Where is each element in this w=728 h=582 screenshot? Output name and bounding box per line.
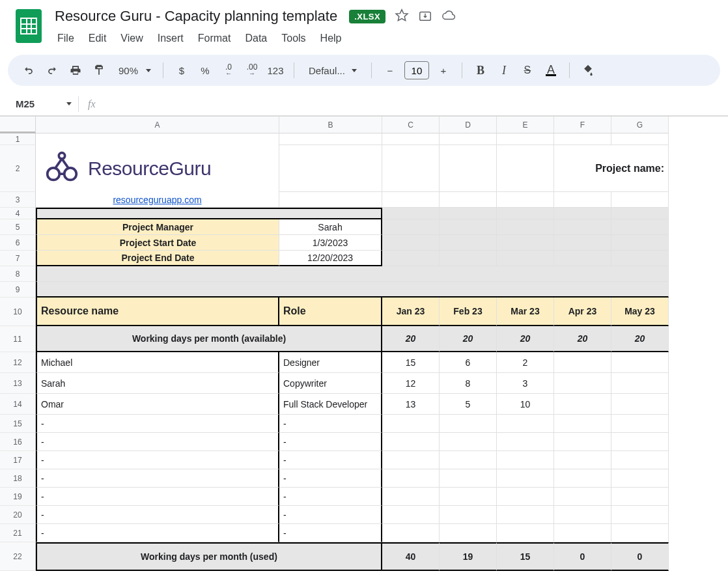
cell[interactable] [440, 219, 497, 235]
used-value[interactable]: 15 [497, 542, 554, 571]
cell[interactable] [497, 145, 554, 192]
cell[interactable] [440, 192, 497, 208]
col-header[interactable]: E [497, 117, 554, 133]
text-color-button[interactable]: A [540, 60, 561, 81]
day-cell[interactable]: 13 [382, 394, 440, 415]
menu-view[interactable]: View [115, 30, 148, 47]
day-cell[interactable] [554, 394, 611, 415]
resource-name-cell[interactable]: - [36, 415, 279, 433]
day-cell[interactable] [611, 506, 669, 524]
role-cell[interactable]: Full Stack Developer [279, 394, 382, 415]
cell[interactable] [279, 192, 382, 208]
row-header[interactable]: 18 [0, 469, 36, 488]
day-cell[interactable] [382, 451, 440, 469]
paint-format-icon[interactable] [89, 60, 109, 81]
start-label[interactable]: Project Start Date [36, 235, 279, 251]
avail-value[interactable]: 20 [611, 326, 669, 352]
day-cell[interactable] [554, 488, 611, 506]
hdr-month[interactable]: Apr 23 [554, 298, 611, 326]
undo-icon[interactable] [18, 60, 39, 81]
cell[interactable] [611, 219, 669, 235]
role-cell[interactable]: Copywriter [279, 373, 382, 394]
used-value[interactable]: 40 [382, 542, 440, 571]
day-cell[interactable]: 3 [497, 373, 554, 394]
day-cell[interactable] [497, 506, 554, 524]
cell[interactable] [382, 251, 440, 266]
star-icon[interactable] [395, 8, 409, 25]
menu-help[interactable]: Help [315, 30, 347, 47]
day-cell[interactable] [440, 506, 497, 524]
row-header[interactable]: 2 [0, 145, 36, 192]
sheets-app-icon[interactable] [16, 9, 42, 43]
format-currency[interactable]: $ [171, 60, 192, 81]
day-cell[interactable]: 15 [382, 352, 440, 373]
day-cell[interactable] [611, 451, 669, 469]
day-cell[interactable] [440, 524, 497, 542]
role-cell[interactable]: - [279, 451, 382, 469]
cell[interactable] [440, 145, 497, 192]
resource-name-cell[interactable]: - [36, 469, 279, 488]
day-cell[interactable] [554, 415, 611, 433]
day-cell[interactable] [611, 433, 669, 451]
day-cell[interactable] [382, 524, 440, 542]
resource-name-cell[interactable]: - [36, 488, 279, 506]
hdr-month[interactable]: Feb 23 [440, 298, 497, 326]
end-value[interactable]: 12/20/2023 [279, 251, 382, 266]
cell[interactable] [440, 235, 497, 251]
day-cell[interactable] [554, 433, 611, 451]
cell[interactable] [382, 133, 440, 145]
cell[interactable] [382, 208, 440, 219]
col-header[interactable]: A [36, 117, 279, 133]
day-cell[interactable]: 12 [382, 373, 440, 394]
menu-data[interactable]: Data [240, 30, 272, 47]
hdr-month[interactable]: May 23 [611, 298, 669, 326]
role-cell[interactable]: - [279, 488, 382, 506]
doc-title[interactable]: Resource Guru - Capacity planning templa… [52, 7, 340, 26]
cell[interactable] [36, 266, 669, 282]
format-123[interactable]: 123 [265, 60, 286, 81]
day-cell[interactable] [554, 469, 611, 488]
menu-edit[interactable]: Edit [83, 30, 112, 47]
end-label[interactable]: Project End Date [36, 251, 279, 266]
day-cell[interactable] [554, 451, 611, 469]
col-header[interactable]: G [611, 117, 669, 133]
row-header[interactable]: 1 [0, 133, 36, 145]
redo-icon[interactable] [42, 60, 63, 81]
day-cell[interactable] [440, 451, 497, 469]
cell[interactable] [382, 219, 440, 235]
role-cell[interactable]: - [279, 469, 382, 488]
hdr-resource[interactable]: Resource name [36, 298, 279, 326]
day-cell[interactable] [611, 524, 669, 542]
day-cell[interactable] [611, 373, 669, 394]
day-cell[interactable] [554, 506, 611, 524]
used-label[interactable]: Working days per month (used) [36, 542, 382, 571]
cell[interactable] [554, 192, 611, 208]
avail-value[interactable]: 20 [382, 326, 440, 352]
day-cell[interactable] [554, 373, 611, 394]
font-size-increase[interactable]: + [433, 60, 454, 81]
font-size-input[interactable] [404, 61, 429, 79]
resource-name-cell[interactable]: Michael [36, 352, 279, 373]
row-header[interactable]: 15 [0, 415, 36, 433]
row-header[interactable]: 14 [0, 394, 36, 415]
day-cell[interactable]: 10 [497, 394, 554, 415]
day-cell[interactable] [497, 415, 554, 433]
cell[interactable] [497, 235, 554, 251]
menu-tools[interactable]: Tools [276, 30, 311, 47]
cell[interactable] [611, 133, 669, 145]
role-cell[interactable]: - [279, 506, 382, 524]
row-header[interactable]: 7 [0, 251, 36, 266]
pm-label[interactable]: Project Manager [36, 219, 279, 235]
used-value[interactable]: 0 [554, 542, 611, 571]
row-header[interactable]: 12 [0, 352, 36, 373]
row-header[interactable]: 21 [0, 524, 36, 542]
cloud-status-icon[interactable] [441, 8, 456, 25]
zoom-select[interactable]: 90% [112, 65, 155, 76]
cell[interactable] [382, 192, 440, 208]
cell[interactable] [611, 251, 669, 266]
role-cell[interactable]: - [279, 433, 382, 451]
role-cell[interactable]: Designer [279, 352, 382, 373]
row-header[interactable]: 4 [0, 208, 36, 219]
row-header[interactable]: 3 [0, 192, 36, 208]
row-header[interactable]: 13 [0, 373, 36, 394]
